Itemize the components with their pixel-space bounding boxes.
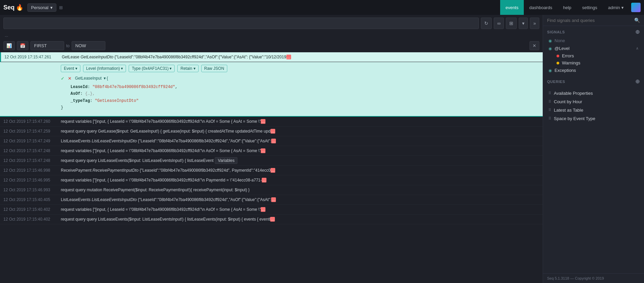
event-timestamp: 12 Oct 2019 17:15:40.402 xyxy=(3,206,61,212)
json-as-of-key: AsOf xyxy=(71,91,80,96)
query-grid-icon: ⠿ xyxy=(548,108,551,112)
event-timestamp: 12 Oct 2019 17:15:46.993 xyxy=(3,187,61,192)
user-avatar[interactable] xyxy=(631,3,641,12)
event-message: request query mutation ReceivePayment($i… xyxy=(61,187,539,193)
query-item-available-properties[interactable]: ⠿ Available Properties xyxy=(547,89,640,97)
date-to-label: to xyxy=(66,44,70,48)
signal-child-warnings[interactable]: Warnings xyxy=(547,59,640,66)
filter-caret: ▾ { xyxy=(104,76,108,81)
admin-chevron-icon: ▾ xyxy=(621,5,624,10)
signal-level-label: @Level xyxy=(555,46,569,51)
date-range-row: 📊 📅 to ✕ xyxy=(0,39,543,52)
errors-dot-icon xyxy=(557,55,559,57)
signal-radio-none: ◉ xyxy=(548,38,552,43)
query-item-latest-as-table[interactable]: ⠿ Latest as Table xyxy=(547,106,640,114)
warnings-dot-icon xyxy=(557,62,559,64)
filter-name: GetLeaseInput xyxy=(75,75,102,82)
event-timestamp: 12 Oct 2019 17:15:47.261 xyxy=(4,54,62,59)
event-btn[interactable]: Event ▾ xyxy=(61,65,80,72)
table-row[interactable]: 12 Oct 2019 17:15:47.261 GetLease GetLea… xyxy=(0,52,543,62)
events-list[interactable]: 12 Oct 2019 17:15:47.261 GetLease GetLea… xyxy=(0,52,543,283)
type-btn[interactable]: Type (0x4AF1AC31) ▾ xyxy=(129,65,175,72)
signals-section-header: SIGNALS ⊕ xyxy=(547,29,640,35)
nav-link-settings[interactable]: settings xyxy=(577,0,603,15)
query-grid-icon: ⠿ xyxy=(548,116,551,121)
event-message: request variables ["[input, { LeaseId = … xyxy=(61,118,539,124)
event-action-bar: Event ▾ Level (Information) ▾ Type (0x4A… xyxy=(61,65,538,72)
event-message: request variables ["[input, { LeaseId = … xyxy=(61,206,539,213)
columns-button[interactable]: ⊞ xyxy=(506,18,517,29)
table-row[interactable]: 12 Oct 2019 17:15:46.998 ReceivePayment … xyxy=(0,166,543,175)
tail-button[interactable]: ∞ xyxy=(494,18,504,29)
content-area: ↻ ∞ ⊞ ▾ » ... 📊 📅 to ✕ 12 Oct 2019 17:15… xyxy=(0,15,543,283)
level-btn[interactable]: Level (Information) ▾ xyxy=(83,65,126,72)
table-row[interactable]: 12 Oct 2019 17:15:40.405 ListLeaseEvents… xyxy=(0,195,543,205)
date-clear-button[interactable]: ✕ xyxy=(530,41,539,50)
signal-item-exceptions[interactable]: ◉ Exceptions xyxy=(547,66,640,74)
retain-btn[interactable]: Retain ▾ xyxy=(177,65,198,72)
signal-child-errors[interactable]: Errors xyxy=(547,52,640,59)
logo-flame-icon: 🔥 xyxy=(16,4,23,11)
forward-button[interactable]: » xyxy=(530,18,539,29)
more-options-button[interactable]: ▾ xyxy=(519,18,528,29)
signal-radio-exceptions: ◉ xyxy=(548,68,552,73)
query-grid-icon: ⠿ xyxy=(548,91,551,95)
event-message: request query query GetLease($input: Get… xyxy=(61,128,539,134)
table-row[interactable]: 12 Oct 2019 17:15:46.993 request query m… xyxy=(0,185,543,195)
sidebar-search-input[interactable] xyxy=(547,18,632,23)
table-row[interactable]: 12 Oct 2019 17:15:47.248 request query q… xyxy=(0,156,543,166)
table-row[interactable]: 12 Oct 2019 17:15:47.249 ListLeaseEvents… xyxy=(0,136,543,146)
search-input[interactable] xyxy=(3,18,479,29)
signal-item-none[interactable]: ◉ None xyxy=(547,37,640,45)
expanded-event-detail: Event ▾ Level (Information) ▾ Type (0x4A… xyxy=(0,62,543,117)
table-row[interactable]: 12 Oct 2019 17:15:40.402 request variabl… xyxy=(0,205,543,215)
json-lease-id-key: LeaseId xyxy=(71,85,87,89)
signal-exceptions-label: Exceptions xyxy=(555,68,576,73)
logo[interactable]: Seq 🔥 xyxy=(3,4,23,11)
raw-json-btn[interactable]: Raw JSON xyxy=(201,65,227,72)
event-message: request variables ["[input, { LeaseId = … xyxy=(61,148,539,154)
event-timestamp: 12 Oct 2019 17:15:47.260 xyxy=(3,118,61,124)
event-timestamp: 12 Oct 2019 17:15:47.248 xyxy=(3,148,61,153)
refresh-button[interactable]: ↻ xyxy=(481,18,492,29)
json-type-tag-key: _typeTag xyxy=(71,98,90,103)
date-picker-button[interactable]: 📅 xyxy=(17,41,28,50)
table-row[interactable]: 12 Oct 2019 17:15:46.995 request variabl… xyxy=(0,175,543,185)
nav-link-events[interactable]: events xyxy=(500,0,524,15)
date-to-input[interactable] xyxy=(72,41,105,50)
query-label-0: Available Properties xyxy=(554,91,593,96)
add-signal-button[interactable]: ⊕ xyxy=(635,29,640,35)
level-chevron-icon: ∧ xyxy=(636,46,639,51)
table-row[interactable]: 12 Oct 2019 17:15:47.248 request variabl… xyxy=(0,146,543,156)
add-query-button[interactable]: ⊕ xyxy=(635,79,640,84)
workspace-selector[interactable]: Personal ▾ xyxy=(27,3,56,12)
check-icon: ✓ xyxy=(61,76,65,81)
event-message: request query query ListLeaseEvents($inp… xyxy=(61,158,539,164)
event-message: ListLeaseEvents ListLeaseEventsInputDto … xyxy=(61,197,539,203)
event-timestamp: 12 Oct 2019 17:15:47.249 xyxy=(3,138,61,143)
sidebar-footer: Seq 5.1.3118 — Copyright © 2019 xyxy=(543,273,644,283)
event-timestamp: 12 Oct 2019 17:15:46.995 xyxy=(3,177,61,182)
query-grid-icon: ⠿ xyxy=(548,100,551,104)
chart-toggle-button[interactable]: 📊 xyxy=(3,41,15,50)
top-nav: Seq 🔥 Personal ▾ ⊞ events dashboards hel… xyxy=(0,0,644,15)
json-lease-id-val: "08bf4b47e7ba490086f8b3492cff924d" xyxy=(93,85,175,89)
query-item-space-by-event-type[interactable]: ⠿ Space by Event Type xyxy=(547,114,640,123)
signal-none-label: None xyxy=(555,38,565,43)
signal-item-level[interactable]: ◉ @Level ∧ xyxy=(547,45,640,52)
table-row[interactable]: 12 Oct 2019 17:15:47.259 request query q… xyxy=(0,126,543,136)
nav-link-dashboards[interactable]: dashboards xyxy=(524,0,558,15)
nav-link-help[interactable]: help xyxy=(558,0,577,15)
main-layout: ↻ ∞ ⊞ ▾ » ... 📊 📅 to ✕ 12 Oct 2019 17:15… xyxy=(0,15,644,283)
table-row[interactable]: 12 Oct 2019 17:15:40.402 request query q… xyxy=(0,215,543,224)
queries-list: ⠿ Available Properties ⠿ Count by Hour ⠿… xyxy=(543,88,644,124)
query-item-count-by-hour[interactable]: ⠿ Count by Hour xyxy=(547,97,640,106)
query-label-3: Space by Event Type xyxy=(554,116,595,121)
sidebar-search-icon: 🔍 xyxy=(634,18,640,23)
event-message: ReceivePayment ReceivePaymentInputDto {"… xyxy=(61,167,539,173)
nav-link-admin[interactable]: admin ▾ xyxy=(603,0,629,15)
event-timestamp: 12 Oct 2019 17:15:47.248 xyxy=(3,158,61,163)
date-from-input[interactable] xyxy=(30,41,64,50)
table-row[interactable]: 12 Oct 2019 17:15:47.260 request variabl… xyxy=(0,117,543,126)
pin-icon[interactable]: ⊞ xyxy=(59,5,63,10)
